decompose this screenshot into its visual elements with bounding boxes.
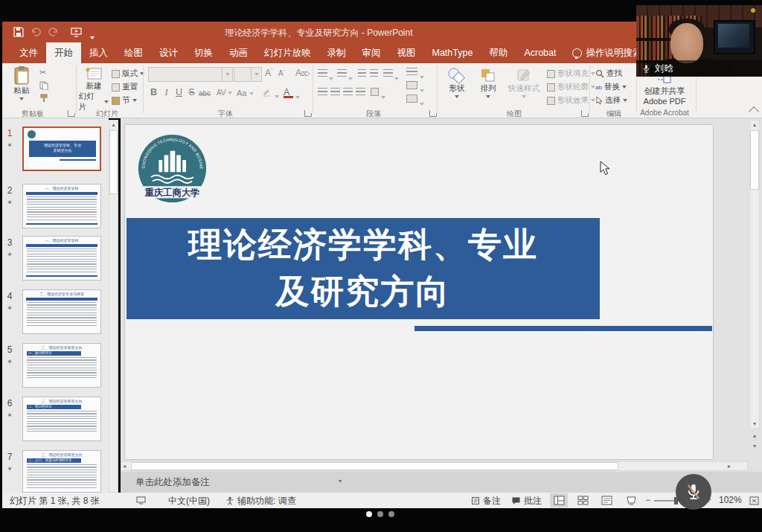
tab-mathtype[interactable]: MathType: [424, 42, 481, 63]
clipboard-dialog-launcher-icon[interactable]: [68, 110, 74, 117]
zoom-out-button[interactable]: −: [645, 495, 650, 505]
scroll-down-icon[interactable]: ▾: [750, 420, 759, 429]
font-dialog-launcher-icon[interactable]: [304, 110, 311, 117]
tab-acrobat[interactable]: Acrobat: [516, 42, 564, 63]
increase-font-icon[interactable]: Aˆ: [265, 68, 272, 78]
bold-button[interactable]: B: [148, 87, 159, 97]
accessibility-icon[interactable]: [225, 496, 234, 505]
columns-icon[interactable]: [371, 88, 379, 96]
tab-home[interactable]: 开始: [46, 42, 81, 63]
zoom-level[interactable]: 102%: [719, 495, 742, 505]
notes-placeholder[interactable]: 单击此处添加备注: [135, 476, 210, 489]
font-name-combo[interactable]: [148, 67, 233, 82]
align-right-icon[interactable]: [343, 88, 353, 96]
create-pdf-button[interactable]: 创建并共享 Adobe PDF: [637, 86, 692, 106]
slide-thumbnail-7[interactable]: 三、理论经济学研究方向 三、人口、资源与环境经济学: [22, 450, 101, 493]
thumbnail-scrollbar[interactable]: ▴: [109, 120, 118, 493]
slide-title-box[interactable]: 理论经济学学科、专业 及研究方向: [127, 218, 600, 319]
decrease-font-icon[interactable]: Aˇ: [278, 69, 285, 77]
arrange-button[interactable]: 排列: [474, 67, 502, 98]
next-slide-button[interactable]: ▾: [749, 442, 760, 451]
strikethrough-button[interactable]: S: [186, 87, 197, 97]
vertical-scrollbar[interactable]: ▴ ▾: [749, 120, 760, 429]
slide-sorter-view-button[interactable]: [574, 493, 592, 507]
comments-icon[interactable]: [511, 496, 521, 505]
caret-align-text[interactable]: [420, 83, 424, 97]
slide-editor[interactable]: CHONGQING TECHNOLOGY AND BUSINESS UNIVER…: [125, 125, 713, 459]
align-text-icon[interactable]: [406, 81, 417, 89]
language-status[interactable]: 中文(中国): [168, 495, 210, 507]
text-direction-icon[interactable]: [406, 68, 417, 76]
tab-draw[interactable]: 绘图: [116, 42, 151, 63]
caret-numbering[interactable]: [348, 71, 353, 85]
cut-icon[interactable]: ✂: [39, 68, 46, 77]
underline-button[interactable]: U: [173, 87, 185, 97]
replace-button[interactable]: ab 替换: [595, 82, 627, 92]
caret-font-color[interactable]: [295, 90, 300, 103]
convert-smartart-icon[interactable]: [406, 94, 417, 103]
scroll-left-icon[interactable]: ◂: [123, 462, 126, 471]
slide-thumbnail-4[interactable]: 二、理论经济学专业与师资: [22, 289, 101, 334]
layout-button[interactable]: 版式: [112, 68, 144, 79]
notes-pane[interactable]: 单击此处添加备注 ▾: [121, 472, 762, 493]
format-painter-icon[interactable]: [39, 94, 48, 103]
tab-design[interactable]: 设计: [151, 42, 186, 63]
notes-icon[interactable]: [471, 496, 480, 505]
tab-view[interactable]: 视图: [389, 42, 424, 63]
shapes-button[interactable]: 形状: [443, 67, 471, 98]
scroll-up-icon[interactable]: ▴: [750, 121, 759, 129]
font-color-button[interactable]: A: [284, 87, 293, 98]
new-slide-button[interactable]: 新建 幻灯片: [79, 66, 109, 112]
tab-transitions[interactable]: 切换: [186, 42, 221, 63]
notes-toggle-button[interactable]: 备注: [483, 495, 501, 507]
slide-thumbnail-2[interactable]: 一、理论经济学学科: [22, 184, 101, 228]
display-settings-icon[interactable]: [136, 496, 146, 504]
tab-file[interactable]: 文件: [11, 42, 46, 63]
slide-thumbnail-3[interactable]: 一、理论经济学学科: [22, 236, 101, 281]
webcam-overlay[interactable]: 刘晗: [636, 5, 762, 77]
tab-record[interactable]: 录制: [319, 42, 354, 63]
scroll-right-icon[interactable]: ▸: [728, 462, 731, 471]
comments-toggle-button[interactable]: 批注: [524, 495, 542, 507]
caret-bullets[interactable]: [329, 71, 333, 85]
tab-slideshow[interactable]: 幻灯片放映: [256, 42, 319, 63]
caret-smartart[interactable]: [420, 97, 424, 110]
numbering-icon[interactable]: [337, 69, 347, 77]
normal-view-button[interactable]: [550, 493, 568, 507]
italic-button[interactable]: I: [161, 87, 172, 98]
slide-thumbnail-1[interactable]: 理论经济学学科、专业 及研究方向: [22, 126, 101, 171]
caret-line-spacing[interactable]: [394, 71, 399, 85]
page-indicator-dot[interactable]: [377, 511, 383, 517]
scrollbar-thumb[interactable]: [109, 130, 118, 194]
slideshow-view-button[interactable]: [622, 493, 640, 507]
page-indicator-dot[interactable]: [388, 511, 394, 517]
text-shadow-button[interactable]: abc: [199, 89, 211, 97]
accessibility-status[interactable]: 辅助功能: 调查: [237, 495, 296, 507]
tab-animations[interactable]: 动画: [221, 42, 256, 63]
justify-icon[interactable]: [356, 88, 365, 96]
tab-insert[interactable]: 插入: [81, 42, 116, 63]
select-button[interactable]: 选择: [595, 95, 627, 106]
reset-button[interactable]: 重置: [112, 82, 138, 92]
section-button[interactable]: 节: [112, 95, 137, 106]
font-size-combo[interactable]: [234, 67, 262, 82]
paste-button[interactable]: 粘贴: [8, 66, 35, 100]
line-spacing-icon[interactable]: [383, 69, 393, 77]
paragraph-dialog-launcher-icon[interactable]: [429, 110, 436, 117]
slide-thumbnail-6[interactable]: 三、理论经济学研究方向 二、西方经济学: [22, 397, 101, 441]
scrollbar-thumb[interactable]: [750, 130, 759, 190]
caret-columns[interactable]: [381, 90, 385, 103]
notes-collapse-icon[interactable]: ▾: [339, 478, 342, 484]
page-indicator-dot[interactable]: [366, 511, 372, 517]
tab-review[interactable]: 审阅: [354, 42, 389, 63]
align-left-icon[interactable]: [318, 88, 327, 96]
clear-formatting-icon[interactable]: A⌦: [295, 68, 310, 78]
horizontal-scrollbar[interactable]: ◂ ▸: [121, 461, 748, 471]
mute-button[interactable]: [676, 474, 711, 510]
scroll-up-icon[interactable]: ▴: [109, 121, 118, 129]
slide-thumbnail-5[interactable]: 三、理论经济学研究方向 一、政治经济学: [22, 343, 101, 388]
decrease-indent-icon[interactable]: [358, 69, 366, 77]
copy-icon[interactable]: [39, 81, 48, 90]
caret-text-direction[interactable]: [420, 70, 424, 83]
reading-view-button[interactable]: [598, 493, 615, 507]
